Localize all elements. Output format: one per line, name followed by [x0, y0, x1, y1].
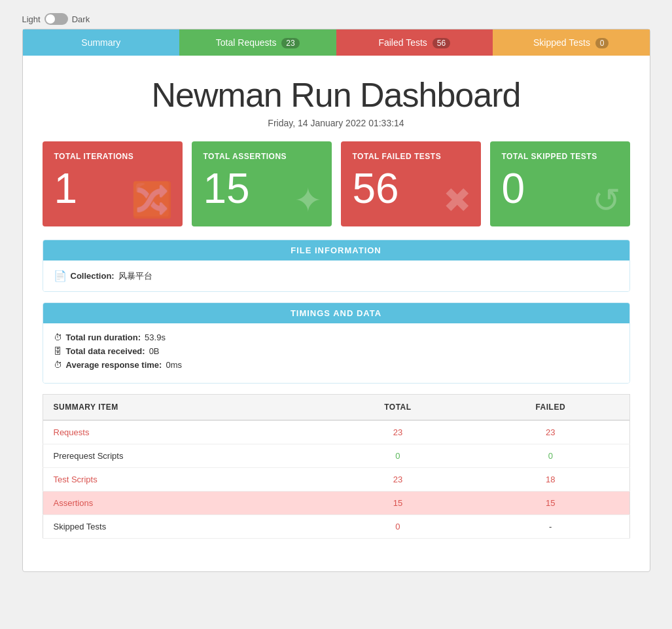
row-total: 0 — [324, 444, 472, 468]
tab-summary[interactable]: Summary — [23, 29, 180, 56]
dark-label: Dark — [72, 14, 90, 24]
clock-icon: ⏱ — [54, 332, 62, 342]
tab-total-requests[interactable]: Total Requests 23 — [179, 29, 336, 56]
tab-bar: Summary Total Requests 23 Failed Tests 5… — [23, 29, 650, 56]
stats-grid: TOTAL ITERATIONS 1 🔀 TOTAL ASSERTIONS 15… — [43, 141, 630, 226]
stat-failed-label: TOTAL FAILED TESTS — [353, 152, 469, 161]
avg-response-value: 0ms — [166, 360, 182, 370]
row-total: 15 — [324, 492, 472, 515]
data-received-label: Total data received: — [66, 346, 145, 356]
tab-skipped-tests[interactable]: Skipped Tests 0 — [493, 29, 650, 56]
main-container: Summary Total Requests 23 Failed Tests 5… — [22, 29, 650, 572]
tab-failed-tests[interactable]: Failed Tests 56 — [336, 29, 493, 56]
tab-summary-label: Summary — [81, 37, 120, 48]
collection-line: 📄 Collection: 风暴平台 — [54, 270, 619, 282]
table-row: Prerequest Scripts 0 0 — [43, 444, 629, 468]
summary-table: SUMMARY ITEM TOTAL FAILED Requests 23 23… — [43, 394, 630, 539]
dashboard-title: Newman Run Dashboard — [43, 75, 630, 115]
row-total: 23 — [324, 420, 472, 444]
row-failed: 15 — [472, 492, 629, 515]
assertions-icon: ✦ — [294, 181, 323, 220]
tab-failed-badge: 56 — [433, 38, 450, 48]
stat-failed: TOTAL FAILED TESTS 56 ✖ — [341, 141, 481, 226]
collection-value: 风暴平台 — [118, 270, 152, 282]
file-info-header: FILE INFORMATION — [43, 240, 629, 261]
stat-iterations-label: TOTAL ITERATIONS — [54, 152, 171, 161]
timings-body: ⏱ Total run duration: 53.9s 🗄 Total data… — [43, 323, 629, 383]
stat-skipped-label: TOTAL SKIPPED TESTS — [502, 152, 618, 161]
tab-skipped-badge: 0 — [595, 38, 609, 48]
file-info-section: FILE INFORMATION 📄 Collection: 风暴平台 — [43, 240, 630, 292]
timings-header: TIMINGS AND DATA — [43, 303, 629, 323]
data-received-line: 🗄 Total data received: 0B — [54, 346, 619, 356]
col-header-failed: FAILED — [472, 395, 629, 421]
row-total: 23 — [324, 468, 472, 492]
tab-requests-badge: 23 — [281, 38, 299, 48]
theme-toggle-row: Light Dark — [22, 13, 650, 25]
row-failed: 0 — [472, 444, 629, 468]
main-content: Newman Run Dashboard Friday, 14 January … — [23, 56, 650, 552]
tab-failed-label: Failed Tests — [378, 37, 427, 48]
row-item: Requests — [43, 420, 324, 444]
light-label: Light — [22, 14, 41, 24]
table-row: Assertions 15 15 — [43, 492, 629, 515]
table-row: Test Scripts 23 18 — [43, 468, 629, 492]
tab-skipped-label: Skipped Tests — [533, 37, 590, 48]
collection-icon: 📄 — [54, 270, 67, 282]
row-failed: 18 — [472, 468, 629, 492]
table-row: Requests 23 23 — [43, 420, 629, 444]
database-icon: 🗄 — [54, 346, 62, 356]
avg-response-label: Average response time: — [66, 360, 162, 370]
col-header-total: TOTAL — [324, 395, 472, 421]
data-received-value: 0B — [149, 346, 160, 356]
col-header-item: SUMMARY ITEM — [43, 395, 324, 421]
row-item: Prerequest Scripts — [43, 444, 324, 468]
table-header-row: SUMMARY ITEM TOTAL FAILED — [43, 395, 629, 421]
stat-skipped: TOTAL SKIPPED TESTS 0 ↺ — [490, 141, 630, 226]
row-item: Test Scripts — [43, 468, 324, 492]
skipped-icon: ↺ — [592, 181, 621, 220]
run-duration-line: ⏱ Total run duration: 53.9s — [54, 332, 619, 342]
timer-icon: ⏱ — [54, 360, 62, 370]
table-row: Skipped Tests 0 - — [43, 515, 629, 539]
iterations-icon: 🔀 — [131, 180, 173, 220]
failed-icon: ✖ — [443, 181, 472, 220]
collection-label: Collection: — [71, 271, 115, 281]
run-duration-value: 53.9s — [145, 332, 166, 342]
run-duration-label: Total run duration: — [66, 332, 141, 342]
timings-section: TIMINGS AND DATA ⏱ Total run duration: 5… — [43, 302, 630, 384]
stat-iterations: TOTAL ITERATIONS 1 🔀 — [43, 141, 183, 226]
avg-response-line: ⏱ Average response time: 0ms — [54, 360, 619, 370]
row-item: Skipped Tests — [43, 515, 324, 539]
row-item: Assertions — [43, 492, 324, 515]
theme-toggle[interactable] — [44, 13, 68, 25]
row-failed: - — [472, 515, 629, 539]
file-info-body: 📄 Collection: 风暴平台 — [43, 261, 629, 291]
stat-assertions-label: TOTAL ASSERTIONS — [203, 152, 320, 161]
row-failed: 23 — [472, 420, 629, 444]
stat-assertions: TOTAL ASSERTIONS 15 ✦ — [192, 141, 332, 226]
tab-requests-label: Total Requests — [216, 37, 277, 48]
row-total: 0 — [324, 515, 472, 539]
dashboard-datetime: Friday, 14 January 2022 01:33:14 — [43, 118, 630, 128]
